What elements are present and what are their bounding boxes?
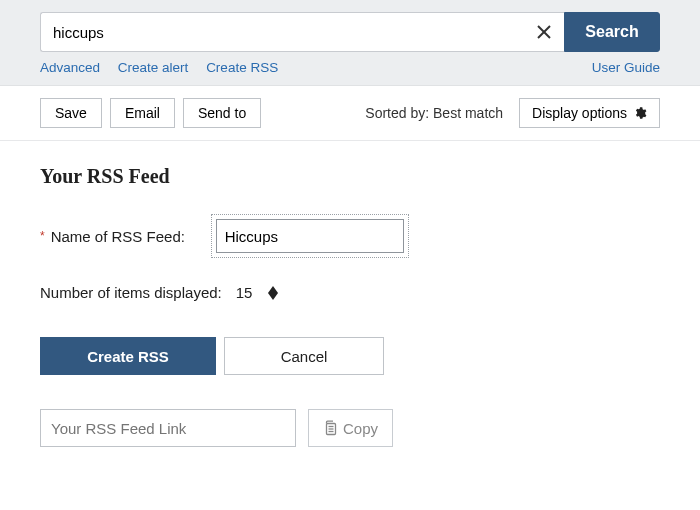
svg-marker-2 — [268, 286, 278, 293]
sorted-by: Sorted by: Best match — [365, 105, 503, 121]
copy-icon — [323, 420, 337, 436]
display-options-button[interactable]: Display options — [519, 98, 660, 128]
user-guide-link[interactable]: User Guide — [592, 60, 660, 75]
search-row: Search — [40, 12, 660, 52]
sorted-by-value: Best match — [433, 105, 503, 121]
rss-link-output[interactable] — [40, 409, 296, 447]
search-sub-links: Advanced Create alert Create RSS User Gu… — [40, 52, 660, 75]
rss-heading: Your RSS Feed — [40, 165, 660, 188]
create-rss-link[interactable]: Create RSS — [206, 60, 278, 75]
close-icon — [536, 24, 552, 40]
required-asterisk: * — [40, 229, 45, 243]
search-bar-region: Search Advanced Create alert Create RSS … — [0, 0, 700, 86]
display-options-label: Display options — [532, 105, 627, 121]
clear-search-button[interactable] — [524, 12, 564, 52]
rss-name-label: Name of RSS Feed: — [51, 228, 211, 245]
advanced-link[interactable]: Advanced — [40, 60, 100, 75]
save-button[interactable]: Save — [40, 98, 102, 128]
gear-icon — [633, 106, 647, 120]
toolbar: Save Email Send to Sorted by: Best match… — [0, 86, 700, 141]
rss-items-row: Number of items displayed: 15 — [40, 284, 660, 301]
create-alert-link[interactable]: Create alert — [118, 60, 189, 75]
cancel-button[interactable]: Cancel — [224, 337, 384, 375]
chevron-up-icon — [268, 286, 278, 293]
rss-items-value: 15 — [236, 284, 253, 301]
rss-panel: Your RSS Feed * Name of RSS Feed: Number… — [0, 141, 700, 447]
rss-button-row: Create RSS Cancel — [40, 337, 660, 375]
create-rss-button[interactable]: Create RSS — [40, 337, 216, 375]
rss-name-input[interactable] — [216, 219, 404, 253]
rss-link-row: Copy — [40, 409, 660, 447]
send-to-button[interactable]: Send to — [183, 98, 261, 128]
svg-marker-3 — [268, 293, 278, 300]
search-input[interactable] — [40, 12, 524, 52]
items-stepper[interactable] — [268, 286, 278, 300]
email-button[interactable]: Email — [110, 98, 175, 128]
rss-name-row: * Name of RSS Feed: — [40, 214, 660, 258]
sorted-by-label: Sorted by: — [365, 105, 429, 121]
chevron-down-icon — [268, 293, 278, 300]
rss-name-focus-ring — [211, 214, 409, 258]
copy-button-label: Copy — [343, 420, 378, 437]
rss-items-label: Number of items displayed: — [40, 284, 222, 301]
search-button[interactable]: Search — [564, 12, 660, 52]
copy-button[interactable]: Copy — [308, 409, 393, 447]
